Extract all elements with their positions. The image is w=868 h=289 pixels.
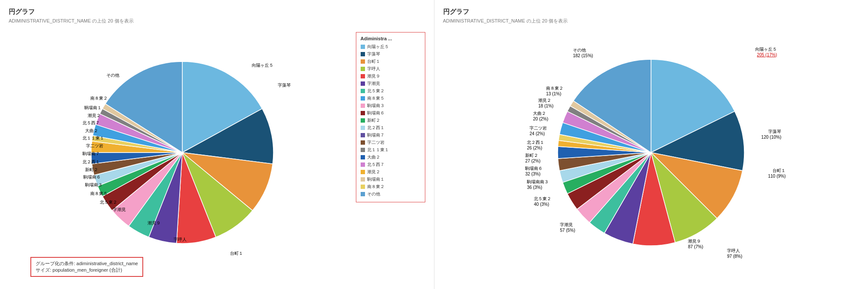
r-lbl-kita52r: 北５東２40 (3%) [534,196,551,207]
legend-item-label: 南８東２ [367,184,385,190]
r-lbl-azamokotorr: 字藻琴120 (10%) [761,129,781,140]
r-lbl-sonota: その他182 (15%) [573,47,593,58]
legend-color-swatch [361,45,365,49]
r-lbl-shinmachi2r: 新町２27 (2%) [525,153,540,163]
legend-item-label: 駒場南６ [367,110,385,116]
legend-color-swatch [361,89,365,93]
legend-item: 駒場南３ [361,103,421,109]
lbl-kohyo5: 向陽ヶ丘５ [252,62,273,68]
left-pie-wrapper: 向陽ヶ丘５ 字藻琴 その他 南８東２ 鞆場南１ 潮見２ 北５西７ 大曲２ 北１１… [78,49,286,261]
right-panel-subtitle: ADIMINISTRATIVE_DISTRICT_NAME の上位 20 個を表… [443,18,860,24]
legend-color-swatch [361,111,365,115]
r-lbl-kita2n1: 北２西１26 (2%) [527,140,544,150]
lbl-komabaminami7: 駒場南７ [82,151,100,157]
legend-color-swatch [361,133,365,137]
legend-item: 駒場南７ [361,132,421,138]
legend-item-label: 北１１東１ [367,147,389,153]
legend-item-label: 字藻琴 [367,51,380,57]
legend-color-swatch [361,148,365,152]
legend-item-label: 駒場南１ [367,176,385,182]
legend-item-label: 南８東５ [367,95,385,101]
right-pie-rel: 向陽ヶ丘５205 (17%) その他182 (15%) 南８東２13 (1%) … [521,42,781,267]
legend-item-label: 字呼人 [367,66,380,72]
legend-item-label: 新町２ [367,117,380,123]
lbl-kita2nishi1: 北２西１ [82,159,100,165]
lbl-azamokoto: 字藻琴 [278,82,291,88]
legend-item-label: 北５西７ [367,162,385,168]
legend-color-swatch [361,155,365,159]
right-pie-wrapper: 向陽ヶ丘５205 (17%) その他182 (15%) 南８東２13 (1%) … [443,28,860,281]
legend-color-swatch [361,81,365,86]
r-lbl-kohyo5: 向陽ヶ丘５205 (17%) [755,46,777,57]
legend-item: 北１１東１ [361,147,421,153]
legend-item: 北５東２ [361,88,421,94]
legend-item-label: 北５東２ [367,88,385,94]
legend-color-swatch [361,118,365,123]
legend-color-swatch [361,170,365,174]
lbl-sonota: その他 [106,72,119,78]
legend-color-swatch [361,52,365,56]
r-lbl-minami82: 南８東２13 (1%) [546,85,563,96]
legend-item-label: 北２西１ [367,125,385,131]
left-panel-subtitle: ADIMINISTRATIVE_DISTRICT_NAME の上位 20 個を表… [9,18,425,24]
legend-color-swatch [361,67,365,71]
lbl-daiichi: 台町１ [230,250,243,257]
legend-item: 潮見９ [361,73,421,79]
left-panel-title: 円グラフ [9,8,425,16]
lbl-koma1: 鞆場南１ [84,105,102,111]
r-lbl-okubo2: 大曲２20 (2%) [533,110,548,121]
r-lbl-shiomi9r: 潮見９87 (7%) [688,238,703,249]
lbl-shinmachi2: 新町２ [85,167,98,173]
r-lbl-azayobir: 字呼人97 (8%) [727,248,742,259]
legend-item-label: 駒場南７ [367,132,385,138]
legend-color-swatch [361,185,365,189]
lbl-azafutatsu: 字二ツ岩 [86,143,103,149]
legend-item: 潮見２ [361,169,421,175]
r-lbl-daiichir: 台町１110 (9%) [768,168,786,179]
lbl-komabanm6: 駒場南６ [83,174,101,180]
lbl-kita52: 北５東２ [100,199,117,205]
condition-box: グループ化の条件: adiministrative_district_name … [30,257,143,277]
legend-item-label: 潮見２ [367,169,380,175]
legend-items: 向陽ヶ丘５字藻琴台町１字呼人潮見９字潮見北５東２南８東５駒場南３駒場南６新町２北… [361,44,421,197]
legend-item-label: 大曲２ [367,154,380,160]
left-chart-area: 向陽ヶ丘５ 字藻琴 その他 南８東２ 鞆場南１ 潮見２ 北５西７ 大曲２ 北１１… [9,28,425,281]
right-pie-svg [521,42,781,267]
legend-item: 駒場南６ [361,110,421,116]
legend-item: 南８東５ [361,95,421,101]
lbl-kita11: 北１１東１ [82,135,104,141]
legend-item: 字藻琴 [361,51,421,57]
legend-item: 南８東２ [361,184,421,190]
left-pie-svg [78,49,286,261]
legend-item-label: 字二ツ岩 [367,140,385,146]
lbl-kita57: 北５西７ [82,120,100,126]
legend-title: Adiministra ... [361,36,421,41]
legend-item-label: その他 [367,191,380,197]
r-lbl-azafutaR: 字二ツ岩24 (2%) [529,125,547,136]
legend-color-swatch [361,126,365,130]
condition-line1: グループ化の条件: adiministrative_district_name [36,260,138,267]
legend-color-swatch [361,96,365,101]
lbl-okubo2: 大曲２ [85,128,98,134]
lbl-azayobi: 字呼人 [174,237,187,243]
condition-line2: サイズ: population_men_foreigner (合計) [36,267,138,273]
legend-color-swatch [361,162,365,167]
r-lbl-shiomi2r: 潮見２18 (1%) [538,97,553,108]
legend-item: その他 [361,191,421,197]
legend-item: 大曲２ [361,154,421,160]
legend-box: Adiministra ... 向陽ヶ丘５字藻琴台町１字呼人潮見９字潮見北５東２… [356,32,425,202]
legend-item: 北５西７ [361,162,421,168]
legend-item-label: 向陽ヶ丘５ [367,44,389,50]
legend-color-swatch [361,104,365,108]
lbl-shiomi2: 潮見２ [88,113,101,119]
legend-item: 北２西１ [361,125,421,131]
legend-color-swatch [361,192,365,196]
lbl-shiomi: 字潮見 [113,207,126,213]
legend-color-swatch [361,177,365,182]
legend-item: 向陽ヶ丘５ [361,44,421,50]
lbl-minami85: 南８東５ [90,191,108,197]
left-pie-container: 向陽ヶ丘５ 字藻琴 その他 南８東２ 鞆場南１ 潮見２ 北５西７ 大曲２ 北１１… [9,28,356,281]
legend-item-label: 潮見９ [367,73,380,79]
right-panel: 円グラフ ADIMINISTRATIVE_DISTRICT_NAME の上位 2… [434,0,868,289]
r-lbl-komabaminami6r: 駒場南６32 (3%) [525,166,542,176]
